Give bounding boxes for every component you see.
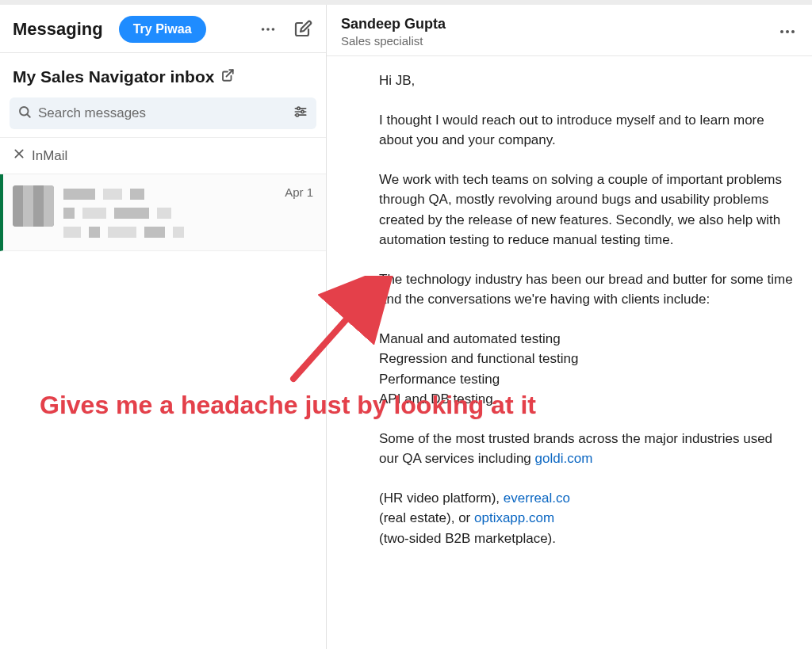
search-input[interactable] bbox=[38, 105, 286, 121]
messaging-title: Messaging bbox=[13, 19, 103, 40]
link-goldi[interactable]: goldi.com bbox=[535, 451, 593, 466]
filter-icon[interactable] bbox=[293, 104, 308, 123]
right-pane: Sandeep Gupta Sales specialist Hi JB, I … bbox=[327, 5, 812, 649]
left-pane: Messaging Try Piwaa My Sales Navigator i… bbox=[0, 5, 327, 649]
msg-p6: (real estate), or optixapp.com bbox=[379, 508, 793, 529]
inmail-filter[interactable]: InMail bbox=[0, 137, 326, 174]
svg-line-3 bbox=[227, 70, 233, 76]
link-optixapp[interactable]: optixapp.com bbox=[474, 510, 554, 525]
msg-p7: (two-sided B2B marketplace). bbox=[379, 529, 793, 549]
external-link-icon[interactable] bbox=[220, 68, 235, 86]
svg-point-0 bbox=[262, 28, 265, 31]
svg-point-14 bbox=[780, 30, 783, 33]
svg-point-7 bbox=[297, 107, 300, 109]
search-box[interactable] bbox=[10, 97, 316, 129]
try-piwaa-button[interactable]: Try Piwaa bbox=[119, 16, 206, 43]
svg-point-1 bbox=[266, 28, 270, 31]
search-icon bbox=[17, 105, 32, 122]
more-options-icon[interactable] bbox=[258, 19, 278, 40]
svg-point-9 bbox=[301, 110, 304, 113]
svg-point-16 bbox=[791, 30, 795, 33]
svg-line-5 bbox=[27, 114, 29, 116]
inbox-title: My Sales Navigator inbox bbox=[13, 67, 214, 86]
conversation-header: Sandeep Gupta Sales specialist bbox=[327, 5, 812, 56]
inmail-label: InMail bbox=[32, 148, 67, 164]
close-icon[interactable] bbox=[13, 147, 25, 164]
msg-p3: The technology industry has been our bre… bbox=[379, 269, 793, 310]
link-everreal[interactable]: everreal.co bbox=[504, 491, 570, 506]
msg-bullets: Manual and automated testing Regression … bbox=[379, 329, 793, 410]
msg-p1: I thought I would reach out to introduce… bbox=[379, 110, 793, 151]
svg-point-11 bbox=[296, 114, 298, 116]
conversation-more-icon[interactable] bbox=[777, 21, 798, 42]
svg-point-2 bbox=[272, 28, 275, 31]
msg-p4: Some of the most trusted brands across t… bbox=[379, 429, 793, 469]
svg-point-15 bbox=[786, 30, 789, 33]
message-body[interactable]: Hi JB, I thought I would reach out to in… bbox=[327, 56, 812, 649]
compose-icon[interactable] bbox=[293, 19, 313, 40]
msg-p5: (HR video platform), everreal.co bbox=[379, 488, 793, 509]
message-list-item[interactable]: Apr 1 bbox=[0, 174, 326, 251]
sender-role: Sales specialist bbox=[341, 34, 446, 48]
inbox-title-row[interactable]: My Sales Navigator inbox bbox=[0, 53, 326, 97]
avatar bbox=[13, 185, 54, 227]
msg-p2: We work with tech teams on solving a cou… bbox=[379, 170, 793, 250]
left-header: Messaging Try Piwaa bbox=[0, 5, 326, 53]
msg-greeting: Hi JB, bbox=[379, 71, 793, 91]
sender-name: Sandeep Gupta bbox=[341, 16, 446, 32]
message-date: Apr 1 bbox=[285, 185, 313, 199]
redacted-preview bbox=[63, 189, 313, 238]
